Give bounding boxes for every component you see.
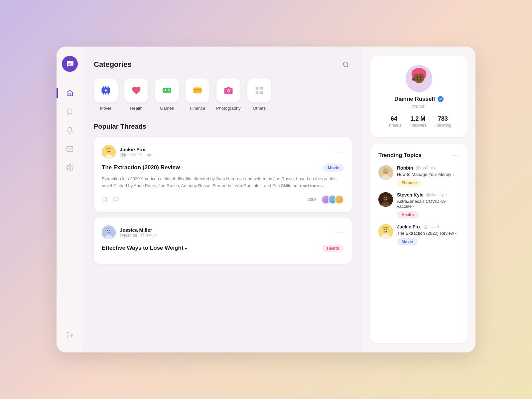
thread-user-2: Jessica Miller @jsscmlr 17m ago bbox=[102, 225, 156, 239]
comment-button-1[interactable] bbox=[113, 197, 119, 202]
trending-menu[interactable]: ··· bbox=[453, 152, 460, 159]
category-photography[interactable]: Photography bbox=[216, 78, 241, 111]
svg-point-55 bbox=[386, 171, 387, 172]
svg-point-34 bbox=[109, 150, 110, 150]
categories-header: Categories bbox=[94, 59, 352, 70]
svg-point-1 bbox=[69, 167, 71, 169]
thread-footer-1: 300+ bbox=[102, 195, 344, 204]
trending-info-3: Jackie Fox @jackief The Extraction (2020… bbox=[397, 224, 460, 244]
stat-threads-value: 64 bbox=[391, 115, 397, 122]
svg-point-54 bbox=[384, 171, 385, 172]
trending-tag-1[interactable]: Finance bbox=[397, 179, 421, 187]
category-icon-photography bbox=[216, 78, 240, 102]
thread-menu-1[interactable]: ··· bbox=[337, 149, 344, 156]
viewer-count-1: 300+ bbox=[308, 197, 317, 202]
thread-header-1: Jackie Fox @jackief 2m ago ··· bbox=[102, 145, 344, 159]
categories-title: Categories bbox=[94, 60, 132, 69]
sidebar bbox=[57, 47, 83, 352]
sidebar-item-notifications[interactable] bbox=[62, 122, 78, 138]
svg-rect-27 bbox=[260, 87, 263, 90]
thread-menu-2[interactable]: ··· bbox=[337, 229, 344, 236]
sidebar-item-home[interactable] bbox=[62, 85, 78, 101]
sidebar-item-bookmarks[interactable] bbox=[62, 104, 78, 120]
trending-item-2: Steven Kyle @stvn_kyle AstraZeneca's COV… bbox=[378, 192, 460, 217]
svg-rect-68 bbox=[383, 227, 388, 228]
trending-avatar-2 bbox=[378, 192, 393, 207]
profile-avatar bbox=[406, 65, 432, 92]
category-others[interactable]: Others bbox=[247, 78, 271, 111]
trending-handle-1: @itsrobbin bbox=[416, 166, 435, 170]
svg-rect-28 bbox=[255, 91, 258, 94]
category-label-health: Health bbox=[130, 106, 143, 111]
category-icon-others bbox=[247, 78, 271, 102]
svg-point-61 bbox=[386, 198, 387, 199]
trending-post-3: The Extraction (2020) Review - bbox=[397, 231, 460, 236]
thread-handle-1: @jackief bbox=[120, 152, 136, 157]
svg-point-33 bbox=[107, 150, 108, 150]
trending-card: Trending Topics ··· bbox=[370, 144, 467, 343]
stat-followers-value: 1.2 M bbox=[410, 115, 425, 122]
right-panel: Dianne Russell @dnrsll 64 Threads 1.2 M … bbox=[362, 47, 475, 352]
thread-body-2: Effective Ways to Lose Weight - Health bbox=[102, 245, 344, 252]
thread-handle-2: @jsscmlr bbox=[120, 233, 138, 238]
thread-user-info-2: Jessica Miller @jsscmlr 17m ago bbox=[120, 227, 156, 238]
sidebar-item-messages[interactable] bbox=[62, 141, 78, 157]
svg-point-16 bbox=[168, 89, 169, 90]
app-logo[interactable] bbox=[62, 56, 78, 72]
svg-point-40 bbox=[107, 230, 108, 230]
thread-username-2: Jessica Miller bbox=[120, 227, 156, 233]
sidebar-bottom bbox=[62, 327, 78, 343]
search-button[interactable] bbox=[340, 59, 352, 70]
category-movie[interactable]: Movie bbox=[94, 78, 118, 111]
stat-following: 783 Following bbox=[434, 115, 451, 128]
svg-point-47 bbox=[413, 78, 415, 80]
trending-username-2: Steven Kyle bbox=[397, 192, 423, 198]
stat-threads-label: Threads bbox=[387, 123, 401, 128]
trending-tag-2[interactable]: Health bbox=[397, 211, 419, 218]
viewer-avatar-1c bbox=[334, 195, 344, 204]
trending-title: Trending Topics bbox=[378, 152, 422, 159]
thread-tag-1[interactable]: Movie bbox=[323, 164, 344, 172]
sidebar-item-logout[interactable] bbox=[62, 327, 78, 343]
svg-point-41 bbox=[109, 230, 110, 230]
svg-rect-24 bbox=[227, 87, 230, 88]
svg-rect-35 bbox=[106, 148, 111, 149]
stat-following-value: 783 bbox=[438, 115, 448, 122]
thread-tag-2[interactable]: Health bbox=[322, 245, 344, 252]
svg-rect-7 bbox=[105, 86, 106, 88]
trending-info-1: Robbin @itsrobbin How to Manage Your Mon… bbox=[397, 165, 460, 186]
svg-point-23 bbox=[227, 90, 229, 92]
category-label-finance: Finance bbox=[190, 106, 205, 111]
trending-user-row-2: Steven Kyle @stvn_kyle bbox=[397, 192, 460, 198]
svg-rect-9 bbox=[103, 93, 104, 95]
svg-rect-8 bbox=[108, 86, 109, 88]
svg-line-4 bbox=[347, 66, 348, 67]
svg-point-49 bbox=[420, 76, 421, 78]
svg-rect-10 bbox=[105, 93, 106, 95]
profile-name-row: Dianne Russell bbox=[394, 96, 444, 102]
trending-handle-3: @jackief bbox=[424, 224, 439, 229]
thread-excerpt-1: Extraction is a 2020 American action thr… bbox=[102, 176, 344, 190]
trending-user-row-3: Jackie Fox @jackief bbox=[397, 224, 460, 229]
thread-avatar-1 bbox=[102, 145, 116, 159]
stat-following-label: Following bbox=[434, 123, 451, 128]
profile-handle: @dnrsll bbox=[412, 104, 426, 109]
svg-point-66 bbox=[384, 229, 385, 230]
svg-point-60 bbox=[384, 198, 385, 199]
svg-rect-20 bbox=[195, 91, 196, 92]
read-more-1[interactable]: read more... bbox=[300, 183, 324, 188]
category-icon-finance bbox=[186, 78, 209, 102]
bookmark-button-1[interactable] bbox=[102, 197, 108, 202]
sidebar-item-settings[interactable] bbox=[62, 160, 78, 176]
category-health[interactable]: Health bbox=[124, 78, 148, 111]
category-label-movie: Movie bbox=[100, 106, 112, 111]
svg-point-50 bbox=[414, 68, 424, 74]
trending-avatar-1 bbox=[378, 165, 393, 180]
trending-tag-3[interactable]: Movie bbox=[397, 238, 418, 245]
category-games[interactable]: Games bbox=[155, 78, 179, 111]
category-finance[interactable]: Finance bbox=[186, 78, 209, 111]
trending-handle-2: @stvn_kyle bbox=[426, 193, 447, 197]
category-label-games: Games bbox=[160, 106, 174, 111]
trending-info-2: Steven Kyle @stvn_kyle AstraZeneca's COV… bbox=[397, 192, 460, 217]
sidebar-nav bbox=[62, 85, 78, 327]
